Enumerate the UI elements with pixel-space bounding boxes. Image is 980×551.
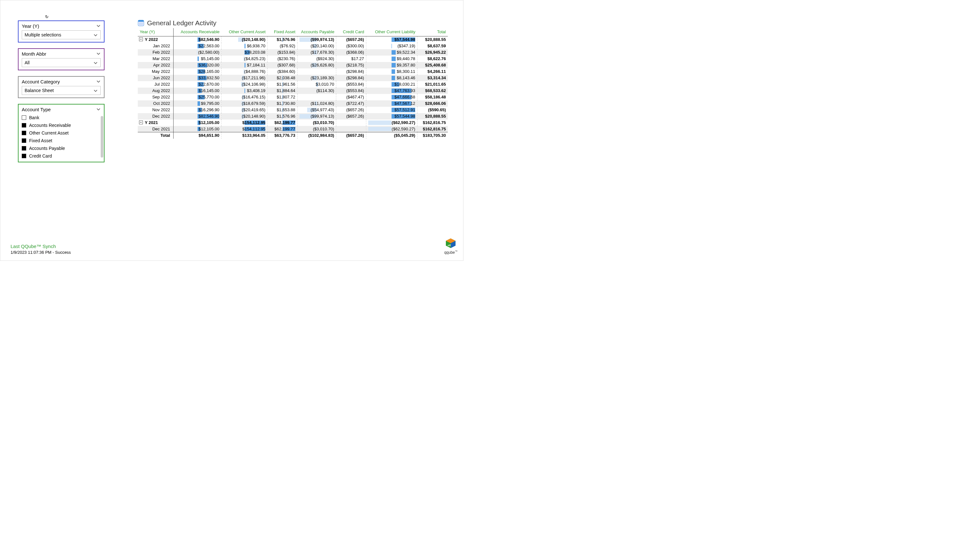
checkbox-icon[interactable] (22, 115, 26, 120)
row-label[interactable]: Dec 2022 (138, 113, 173, 119)
cell[interactable]: $3,010.70 (297, 81, 336, 88)
slicer-year[interactable]: Year (Y) Multiple selections (18, 21, 105, 43)
cell[interactable]: $18,030.21 (366, 81, 417, 88)
cell[interactable]: ($20,148.90) (221, 37, 267, 43)
slicer-month-select[interactable]: All (22, 58, 101, 67)
cell[interactable]: ($5,045.29) (366, 132, 417, 139)
cell[interactable]: ($102,984.83) (297, 132, 336, 139)
table-row[interactable]: Aug 2022$16,145.00$3,408.19$1,884.64($11… (138, 88, 448, 94)
cell[interactable]: $9,440.78 (366, 56, 417, 62)
cell[interactable]: $3,408.19 (221, 88, 267, 94)
cell[interactable]: ($300.00) (336, 43, 366, 49)
cell[interactable]: $8,622.76 (417, 56, 448, 62)
checklist-item[interactable]: Bank (22, 114, 101, 121)
cell[interactable]: $20,888.55 (417, 37, 448, 43)
cell[interactable]: ($16,476.15) (221, 94, 267, 100)
cell[interactable]: $28,666.06 (417, 100, 448, 107)
slicer-cat-select[interactable]: Balance Sheet (22, 86, 101, 95)
cell[interactable]: $62,199.77 (267, 119, 297, 126)
cell[interactable]: $57,544.98 (366, 37, 417, 43)
row-label[interactable]: Nov 2022 (138, 107, 173, 113)
cell[interactable]: $183,705.30 (417, 132, 448, 139)
slicer-account-type[interactable]: Account Type BankAccounts ReceivableOthe… (18, 104, 105, 162)
cell[interactable]: $5,145.00 (173, 56, 221, 62)
row-label[interactable]: −Y 2022 (138, 37, 173, 43)
cell[interactable]: ($99,974.13) (297, 113, 336, 119)
row-label[interactable]: Oct 2022 (138, 100, 173, 107)
table-row[interactable]: Oct 2022$9,795.00($18,679.59)$1,730.80($… (138, 100, 448, 107)
cell[interactable]: ($18,679.59) (221, 100, 267, 107)
row-label[interactable]: Jun 2022 (138, 75, 173, 81)
cell[interactable]: ($553.84) (336, 88, 366, 94)
cell[interactable]: ($54,977.43) (297, 107, 336, 113)
cell[interactable]: ($218.75) (336, 62, 366, 68)
cell[interactable]: ($467.47) (336, 94, 366, 100)
table-row[interactable]: Sep 2022$25,770.00($16,476.15)$1,807.72(… (138, 94, 448, 100)
chevron-down-icon[interactable] (96, 51, 101, 56)
cell[interactable]: ($307.68) (267, 62, 297, 68)
table-row[interactable]: Mar 2022$5,145.00($4,825.23)($230.76)($9… (138, 56, 448, 62)
cell[interactable]: ($298.84) (336, 68, 366, 75)
column-header[interactable]: Credit Card (336, 28, 366, 37)
cell[interactable]: $62,199.77 (267, 126, 297, 132)
cell[interactable]: $17.27 (336, 56, 366, 62)
cell[interactable]: $58,186.48 (417, 94, 448, 100)
cell[interactable]: ($2,580.00) (173, 49, 221, 56)
cell[interactable] (297, 94, 336, 100)
cell[interactable] (297, 68, 336, 75)
chevron-down-icon[interactable] (96, 79, 101, 84)
table-row[interactable]: Nov 2022$16,296.90($20,419.65)$1,653.88(… (138, 107, 448, 113)
cell[interactable]: $1,730.80 (267, 100, 297, 107)
cell[interactable]: ($657.26) (336, 113, 366, 119)
cell[interactable]: $16,145.00 (173, 88, 221, 94)
cell[interactable]: $16,296.90 (173, 107, 221, 113)
cell[interactable]: $1,884.64 (267, 88, 297, 94)
row-label[interactable]: Jul 2022 (138, 81, 173, 88)
row-label[interactable]: Aug 2022 (138, 88, 173, 94)
cell[interactable]: ($62,590.27) (366, 119, 417, 126)
cell[interactable]: $4,266.11 (417, 68, 448, 75)
table-row[interactable]: Total$94,651.90$133,964.05$63,776.73($10… (138, 132, 448, 139)
cell[interactable]: $133,964.05 (221, 132, 267, 139)
checklist-item[interactable]: Accounts Receivable (22, 121, 101, 129)
row-label[interactable]: Mar 2022 (138, 56, 173, 62)
cell[interactable]: ($153.84) (267, 49, 297, 56)
cell[interactable]: $20,888.55 (417, 113, 448, 119)
cell[interactable]: $94,651.90 (173, 132, 221, 139)
cell[interactable]: $28,165.00 (173, 68, 221, 75)
row-label[interactable]: Apr 2022 (138, 62, 173, 68)
cell[interactable]: $36,020.00 (173, 62, 221, 68)
cell[interactable]: ($24,106.98) (221, 81, 267, 88)
cell[interactable]: ($11,024.80) (297, 100, 336, 107)
cell[interactable] (336, 126, 366, 132)
cell[interactable]: $6,938.70 (221, 43, 267, 49)
cell[interactable]: ($553.84) (336, 81, 366, 88)
table-row[interactable]: Jul 2022$22,670.00($24,106.98)$1,961.56$… (138, 81, 448, 88)
column-header[interactable]: Accounts Payable (297, 28, 336, 37)
cell[interactable]: $1,807.72 (267, 94, 297, 100)
checklist-item[interactable]: Other Current Asset (22, 129, 101, 137)
cell[interactable]: $8,637.59 (417, 43, 448, 49)
row-label[interactable]: −Y 2021 (138, 119, 173, 126)
cell[interactable]: $12,105.00 (173, 119, 221, 126)
cell[interactable]: ($62,590.27) (366, 126, 417, 132)
cell[interactable]: $33,832.50 (173, 75, 221, 81)
cell[interactable]: ($4,888.76) (221, 68, 267, 75)
cell[interactable]: $162,816.75 (417, 119, 448, 126)
cell[interactable]: ($347.19) (366, 43, 417, 49)
table-row[interactable]: Dec 2021$12,105.00$154,112.95$62,199.77(… (138, 126, 448, 132)
cell[interactable]: ($657.26) (336, 37, 366, 43)
expand-collapse-icon[interactable]: − (139, 121, 143, 124)
row-label[interactable]: May 2022 (138, 68, 173, 75)
cell[interactable]: ($924.30) (297, 56, 336, 62)
checklist-item[interactable]: Accounts Payable (22, 145, 101, 152)
column-header-row[interactable]: Year (Y) (138, 28, 173, 37)
cell[interactable]: ($76.92) (267, 43, 297, 49)
slicer-month[interactable]: Month Abbr All (18, 48, 105, 70)
cell[interactable]: ($26,626.80) (297, 62, 336, 68)
cell[interactable]: ($17,211.96) (221, 75, 267, 81)
row-label[interactable]: Jan 2022 (138, 43, 173, 49)
cell[interactable]: $25,408.68 (417, 62, 448, 68)
row-label[interactable]: Feb 2022 (138, 49, 173, 56)
checklist-item[interactable]: Fixed Asset (22, 137, 101, 145)
